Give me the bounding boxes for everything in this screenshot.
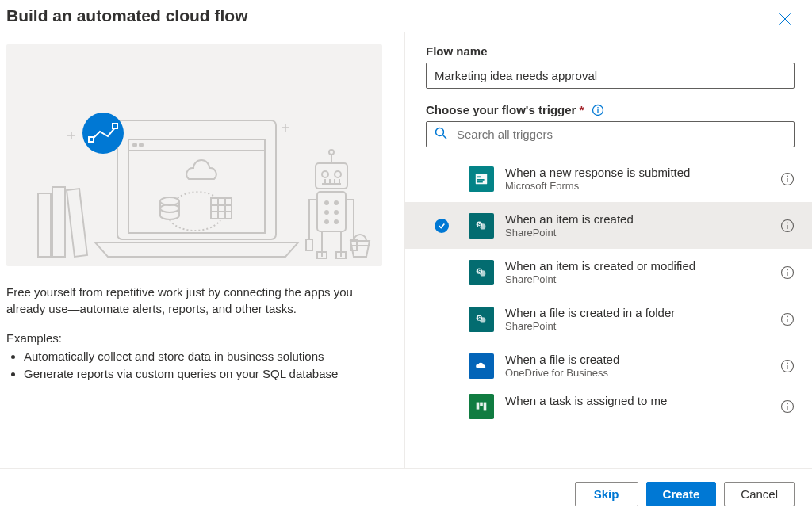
svg-point-6: [140, 143, 143, 147]
svg-point-77: [787, 362, 788, 364]
trigger-row-sharepoint-file-in-folder[interactable]: S When a file is created in a folder Sha…: [405, 296, 812, 342]
dialog-footer: Skip Create Cancel: [0, 468, 812, 519]
svg-point-56: [787, 175, 788, 177]
svg-point-68: [787, 269, 788, 270]
svg-point-62: [787, 222, 788, 223]
svg-rect-79: [480, 403, 483, 406]
svg-rect-53: [477, 181, 483, 182]
trigger-title: When a file is created: [505, 352, 774, 367]
svg-point-36: [325, 220, 328, 223]
svg-point-48: [436, 128, 444, 135]
trigger-text: When a file is created in a folder Share…: [505, 305, 774, 333]
flow-name-input[interactable]: [426, 63, 795, 89]
info-icon[interactable]: [780, 265, 795, 280]
info-icon[interactable]: [780, 359, 795, 373]
dialog-root: Build an automated cloud flow: [0, 0, 812, 519]
skip-button[interactable]: Skip: [575, 482, 638, 506]
required-asterisk: *: [579, 103, 584, 116]
dialog-title: Build an automated cloud flow: [6, 6, 248, 25]
trigger-text: When an item is created or modified Shar…: [505, 258, 774, 286]
svg-point-30: [329, 150, 334, 155]
trigger-search-input[interactable]: [426, 121, 795, 147]
svg-text:S: S: [478, 315, 481, 320]
example-item: Automatically collect and store data in …: [24, 348, 385, 365]
info-icon[interactable]: [780, 219, 795, 233]
trigger-text: When a file is created OneDrive for Busi…: [505, 352, 774, 380]
connector-icon-planner: [469, 394, 494, 419]
svg-point-5: [133, 143, 136, 147]
cancel-button[interactable]: Cancel: [724, 482, 795, 506]
info-icon[interactable]: [780, 399, 795, 414]
trigger-title: When a new response is submitted: [505, 165, 774, 180]
trigger-label-text: Choose your flow's trigger: [426, 103, 576, 116]
svg-rect-21: [316, 163, 347, 189]
svg-point-47: [597, 107, 599, 109]
connector-icon-sharepoint: S: [469, 307, 494, 332]
svg-rect-80: [484, 403, 487, 411]
trigger-row-sharepoint-item-created-modified[interactable]: S When an item is created or modified Sh…: [405, 249, 812, 296]
search-icon: [434, 126, 448, 143]
trigger-title: When an item is created or modified: [505, 258, 774, 273]
trigger-radio[interactable]: [431, 219, 453, 233]
svg-point-32: [325, 201, 328, 204]
flow-name-label: Flow name: [426, 44, 795, 58]
svg-point-33: [335, 201, 338, 204]
trigger-text: When a task is assigned to me Planner: [505, 393, 774, 421]
svg-point-22: [322, 171, 328, 177]
trigger-connector: SharePoint: [505, 227, 774, 239]
connector-icon-onedrive: [469, 353, 494, 379]
info-icon[interactable]: [592, 104, 604, 116]
trigger-row-planner-task-assigned[interactable]: When a task is assigned to me Planner: [405, 389, 812, 424]
svg-point-35: [335, 211, 338, 214]
check-icon: [435, 219, 449, 233]
svg-rect-19: [89, 137, 94, 142]
svg-rect-38: [306, 239, 312, 250]
trigger-connector: OneDrive for Business: [505, 367, 774, 380]
dialog-body: Free yourself from repetitive work just …: [0, 32, 812, 468]
illustration-svg: [6, 44, 382, 266]
right-pane: Flow name Choose your flow's trigger *: [404, 32, 812, 468]
close-button[interactable]: [772, 6, 798, 32]
svg-rect-20: [113, 124, 117, 128]
trigger-title: When an item is created: [505, 212, 774, 227]
description-text: Free yourself from repetitive work just …: [6, 284, 385, 317]
trigger-row-sharepoint-item-created[interactable]: S When an item is created SharePoint: [405, 202, 812, 249]
connector-icon-sharepoint: S: [469, 260, 494, 285]
examples-heading: Examples:: [6, 331, 385, 345]
trigger-connector: SharePoint: [505, 320, 774, 333]
svg-point-23: [335, 171, 341, 177]
svg-rect-52: [477, 179, 485, 181]
illustration: [6, 44, 382, 266]
close-icon: [777, 11, 793, 27]
svg-rect-3: [128, 139, 265, 233]
svg-line-49: [443, 135, 447, 139]
trigger-list[interactable]: When a new response is submitted Microso…: [405, 155, 812, 468]
trigger-title: When a task is assigned to me: [505, 393, 774, 408]
trigger-row-onedrive-file-created[interactable]: When a file is created OneDrive for Busi…: [405, 342, 812, 389]
trigger-row-forms-new-response[interactable]: When a new response is submitted Microso…: [405, 155, 812, 202]
connector-icon-sharepoint: S: [469, 213, 494, 239]
example-item: Generate reports via custom queries on y…: [24, 365, 385, 383]
left-pane: Free yourself from repetitive work just …: [0, 32, 404, 468]
trigger-text: When a new response is submitted Microso…: [505, 165, 774, 193]
create-button[interactable]: Create: [646, 482, 717, 506]
examples-list: Automatically collect and store data in …: [6, 348, 385, 383]
connector-icon-forms: [469, 166, 494, 192]
svg-text:S: S: [478, 221, 481, 227]
trigger-connector: Microsoft Forms: [505, 180, 774, 193]
svg-rect-51: [477, 176, 481, 177]
trigger-section-label: Choose your flow's trigger *: [426, 103, 795, 116]
info-icon[interactable]: [780, 312, 795, 326]
svg-rect-78: [477, 403, 480, 410]
trigger-search-wrap: [426, 121, 795, 147]
svg-point-34: [325, 211, 328, 214]
svg-point-74: [787, 315, 788, 317]
svg-rect-31: [317, 192, 346, 231]
svg-text:S: S: [478, 268, 481, 273]
svg-rect-9: [211, 198, 232, 219]
info-icon[interactable]: [780, 172, 795, 186]
svg-point-83: [787, 403, 788, 404]
trigger-title: When a file is created in a folder: [505, 305, 774, 320]
trigger-text: When an item is created SharePoint: [505, 212, 774, 239]
trigger-connector: SharePoint: [505, 273, 774, 286]
